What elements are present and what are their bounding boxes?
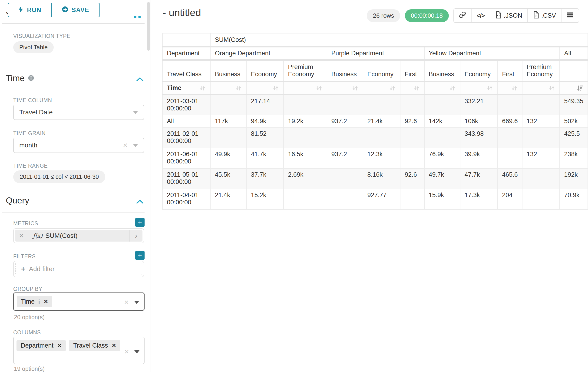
time-grain-select[interactable]: month ✕	[13, 138, 144, 153]
chevron-up-icon	[138, 16, 141, 18]
sort-icon[interactable]	[449, 85, 456, 92]
pivot-cell: 343.98	[460, 128, 498, 148]
collapse-time-chevron-icon[interactable]	[136, 77, 144, 83]
add-filter-plus-button[interactable]: +	[135, 251, 145, 260]
pivot-cell: 92.6	[400, 115, 424, 128]
pivot-row: 2011-06-01 00:00:0049.9k41.7k16.5k937.21…	[162, 148, 588, 169]
pivot-cell	[327, 128, 363, 148]
sort-icon[interactable]	[316, 85, 323, 92]
info-icon[interactable]: i	[38, 298, 40, 305]
chevron-right-icon[interactable]: ›	[129, 230, 142, 242]
run-button[interactable]: RUN	[8, 3, 52, 17]
columns-chip-travel-class[interactable]: Travel Class ✕	[69, 340, 120, 351]
time-range-label: TIME RANGE	[13, 163, 48, 169]
remove-metric-icon[interactable]: ✕	[15, 230, 28, 242]
sort-header-cell	[284, 81, 327, 95]
pivot-cell: 92.6	[400, 169, 424, 189]
pivot-cell: 132	[522, 148, 560, 169]
chevron-down-icon	[133, 144, 138, 147]
pivot-cell: 238k	[560, 148, 588, 169]
time-grain-value: month	[19, 142, 37, 149]
add-filter-button[interactable]: + Add filter	[15, 263, 142, 275]
pivot-cell: 45.5k	[210, 169, 246, 189]
remove-chip-icon[interactable]: ✕	[112, 342, 116, 349]
export-csv-label: .CSV	[541, 12, 556, 19]
row-count-badge: 26 rows	[367, 9, 400, 22]
pivot-cell	[210, 128, 246, 148]
export-csv-button[interactable]: .CSV	[528, 9, 561, 22]
function-icon: ƒ(x)	[33, 233, 42, 239]
clear-icon[interactable]: ✕	[123, 142, 128, 149]
pivot-cell: 192k	[560, 169, 588, 189]
clear-icon[interactable]: ✕	[124, 299, 129, 306]
columns-options-hint: 19 option(s)	[14, 365, 45, 372]
travel-class-header: Economy	[246, 60, 284, 81]
columns-chip-department[interactable]: Department ✕	[17, 340, 66, 351]
sort-icon[interactable]	[272, 85, 279, 92]
remove-chip-icon[interactable]: ✕	[44, 298, 48, 305]
export-json-button[interactable]: .JSON	[490, 9, 528, 22]
time-column-label: TIME COLUMN	[13, 97, 52, 104]
metrics-control: ✕ ƒ(x) SUM(Cost) ›	[13, 228, 144, 243]
sort-icon[interactable]	[235, 85, 242, 92]
remove-chip-icon[interactable]: ✕	[57, 342, 62, 349]
embed-code-button[interactable]: </>	[472, 9, 490, 22]
sort-icon[interactable]	[486, 85, 493, 92]
lightning-icon	[18, 6, 24, 14]
pivot-cell	[522, 189, 560, 210]
pivot-cell: 502k	[560, 115, 588, 128]
clear-icon[interactable]: ✕	[124, 348, 129, 355]
metric-pill[interactable]: ✕ ƒ(x) SUM(Cost) ›	[15, 230, 142, 242]
sort-icon[interactable]	[511, 85, 518, 92]
pivot-row: All117k94.9k19.2k937.221.4k92.6142k106k6…	[162, 115, 588, 128]
pivot-cell	[363, 128, 400, 148]
metric-value: SUM(Cost)	[45, 232, 77, 239]
sort-icon[interactable]	[199, 85, 206, 92]
visualization-type-pill[interactable]: Pivot Table	[13, 41, 54, 53]
groupby-chip-time[interactable]: Time i ✕	[17, 296, 52, 307]
query-section-title: Query	[6, 196, 29, 205]
columns-select[interactable]: Department ✕ Travel Class ✕ ✕	[13, 337, 145, 364]
chart-title[interactable]: - untitled	[163, 7, 201, 18]
section-divider	[2, 23, 145, 24]
add-metric-button[interactable]: +	[135, 218, 145, 227]
sort-icon[interactable]	[352, 85, 359, 92]
pivot-cell: 21.4k	[210, 189, 246, 210]
pivot-cell: 41.7k	[246, 148, 284, 169]
section-divider	[2, 212, 145, 213]
pivot-cell: 17.3k	[460, 189, 498, 210]
pivot-cell	[522, 128, 560, 148]
sort-header-cell	[560, 81, 588, 95]
run-save-button-group: RUN SAVE	[8, 3, 100, 17]
collapse-query-chevron-icon[interactable]	[136, 199, 144, 205]
sort-icon[interactable]	[389, 85, 396, 92]
sort-descending-icon[interactable]	[576, 85, 583, 92]
info-icon[interactable]	[28, 74, 34, 83]
pivot-cell: 15.2k	[246, 189, 284, 210]
plus-icon: +	[21, 265, 25, 273]
group-by-select[interactable]: Time i ✕ ✕	[13, 292, 145, 311]
time-section-title: Time	[6, 74, 34, 83]
sort-icon[interactable]	[413, 85, 420, 92]
copy-link-button[interactable]	[454, 9, 472, 22]
pivot-table-container: SUM(Cost)DepartmentOrange DepartmentPurp…	[162, 33, 588, 210]
plus-circle-icon	[62, 6, 68, 14]
row-label: 2011-06-01 00:00:00	[162, 148, 210, 169]
pivot-cell: 332.21	[460, 95, 498, 115]
pivot-cell	[498, 95, 522, 115]
row-dim-header: Time	[162, 81, 210, 95]
time-column-select[interactable]: Travel Date	[13, 105, 144, 120]
pivot-cell: 937.2	[327, 115, 363, 128]
sort-icon[interactable]	[548, 85, 555, 92]
pivot-cell: 217.14	[246, 95, 284, 115]
chevron-up-icon	[134, 16, 136, 18]
pivot-corner-cell	[162, 33, 210, 47]
time-range-pill[interactable]: 2011-01-01 ≤ col < 2011-06-30	[13, 170, 105, 183]
pivot-cell	[284, 128, 327, 148]
save-button[interactable]: SAVE	[52, 3, 99, 17]
row-label: 2011-05-01 00:00:00	[162, 169, 210, 189]
save-button-label: SAVE	[72, 7, 89, 14]
menu-button[interactable]	[561, 9, 579, 22]
sort-header-cell	[363, 81, 400, 95]
sidebar-scrollbar[interactable]	[147, 2, 150, 51]
